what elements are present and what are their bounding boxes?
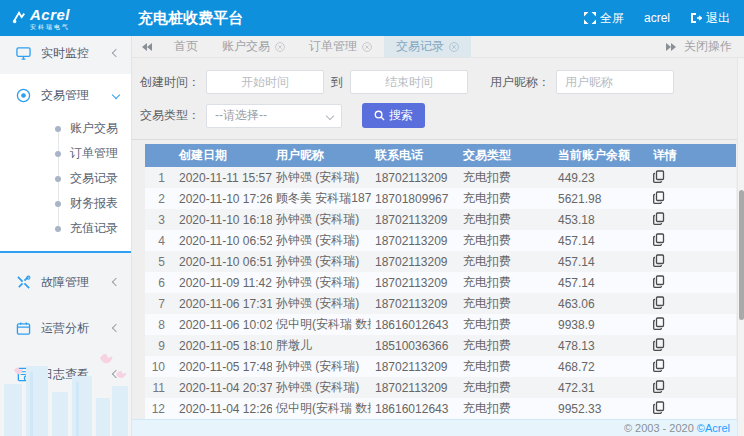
detail-copy-icon[interactable] [653,212,665,225]
tabbar: 首页 账户交易 订单管理 交易记录 [132,36,744,58]
transaction-type-cell: 充电扣费 [459,335,554,356]
footer-brand-link[interactable]: ©Acrel [697,422,730,434]
sidebar-item-order-mgmt[interactable]: 订单管理 [0,141,131,166]
tabs-scroll-left-button[interactable] [132,36,162,57]
topbar: Acrel 安科瑞电气 充电桩收费平台 全屏 acrel 退出 [0,0,744,36]
detail-copy-icon[interactable] [653,233,665,246]
account-balance-cell: 9952.33 [554,398,649,419]
nickname-input[interactable] [556,70,674,94]
tab-label: 首页 [174,38,198,55]
fault-wrench-icon [16,275,31,290]
chevron-down-icon [326,111,334,119]
tab-home[interactable]: 首页 [162,36,210,57]
sub-item-label: 交易记录 [70,170,118,187]
tab-close-icon[interactable] [275,42,285,52]
transaction-type-cell: 充电扣费 [459,251,554,272]
col-index [145,144,175,167]
sidebar-item-realtime-monitor[interactable]: 实时监控 [0,36,131,70]
transaction-type-cell: 充电扣费 [459,356,554,377]
sidebar-group-transactions: 交易管理 账户交易 订单管理 交易记录 财务报表 充值记录 [0,74,131,253]
detail-copy-icon[interactable] [653,296,665,309]
sidebar-item-recharge-records[interactable]: 充值记录 [0,216,131,241]
scrollbar-thumb[interactable] [739,190,744,320]
start-time-input[interactable] [206,70,324,94]
sidebar-item-label: 日志查看 [41,366,113,383]
footer: © 2003 - 2020 ©Acrel [132,419,744,436]
row-index: 7 [145,293,175,314]
close-operations-button[interactable]: 关闭操作 [654,36,744,57]
table-row: 32020-11-10 16:18:58孙钟强 (安科瑞)18702113209… [145,209,736,230]
table-row: 82020-11-06 10:02:33倪中明(安科瑞 数据部)11861601… [145,314,736,335]
col-contact-phone: 联系电话 [371,144,459,167]
sub-item-label: 财务报表 [70,195,118,212]
contact-phone-cell: 18702113209 [371,377,459,398]
username[interactable]: acrel [644,11,670,25]
detail-cell [649,398,736,419]
table-row: 92020-11-05 18:10:13胖墩儿18510036366充电扣费47… [145,335,736,356]
end-time-input[interactable] [350,70,468,94]
create-date-cell: 2020-11-05 18:10:13 [175,335,272,356]
records-table: 创建日期 用户昵称 联系电话 交易类型 当前账户余额 详情 12020-11-1… [145,144,736,419]
fullscreen-button[interactable]: 全屏 [584,10,624,27]
copyright-text: © 2003 - 2020 [624,422,694,434]
logout-button[interactable]: 退出 [690,10,730,27]
sidebar-item-account-transactions[interactable]: 账户交易 [0,116,131,141]
sidebar: 实时监控 交易管理 账户交易 订单管理 交易记录 财务报 [0,36,132,436]
search-button[interactable]: 搜索 [362,103,425,128]
detail-copy-icon[interactable] [653,380,665,393]
sub-item-label: 订单管理 [70,145,118,162]
detail-cell [649,377,736,398]
sidebar-item-operation-analysis[interactable]: 运营分析 [0,311,131,345]
account-balance-cell: 472.31 [554,377,649,398]
transaction-type-select[interactable]: --请选择-- [206,104,342,128]
account-balance-cell: 478.13 [554,335,649,356]
create-date-cell: 2020-11-04 20:37:02 [175,377,272,398]
search-icon [374,110,385,121]
sidebar-item-label: 交易管理 [41,87,113,104]
table-row: 102020-11-05 17:48:59孙钟强 (安科瑞)1870211320… [145,356,736,377]
row-index: 9 [145,335,175,356]
detail-copy-icon[interactable] [653,191,665,204]
create-date-cell: 2020-11-10 17:26:11 [175,188,272,209]
select-value: --请选择-- [215,107,267,124]
account-balance-cell: 457.14 [554,272,649,293]
table-row: 22020-11-10 17:26:11顾冬美 安科瑞1870180187018… [145,188,736,209]
logout-icon [690,12,702,24]
sidebar-item-fault-mgmt[interactable]: 故障管理 [0,265,131,299]
tab-transaction-records[interactable]: 交易记录 [384,36,471,57]
sidebar-item-log-view[interactable]: 日志查看 [0,357,131,391]
detail-copy-icon[interactable] [653,338,665,351]
chevron-left-icon [112,278,120,286]
detail-copy-icon[interactable] [653,317,665,330]
detail-copy-icon[interactable] [653,359,665,372]
tab-label: 交易记录 [396,38,444,55]
detail-copy-icon[interactable] [653,401,665,414]
transaction-type-label: 交易类型： [140,107,200,124]
detail-copy-icon[interactable] [653,170,665,183]
tab-close-icon[interactable] [449,42,459,52]
transaction-type-cell: 充电扣费 [459,167,554,188]
tab-account-transactions[interactable]: 账户交易 [210,36,297,57]
detail-copy-icon[interactable] [653,254,665,267]
create-date-cell: 2020-11-05 17:48:59 [175,356,272,377]
vertical-scrollbar[interactable] [737,58,744,436]
table-row: 52020-11-10 06:51:44孙钟强 (安科瑞)18702113209… [145,251,736,272]
detail-cell [649,293,736,314]
transaction-submenu: 账户交易 订单管理 交易记录 财务报表 充值记录 [0,112,131,241]
row-index: 2 [145,188,175,209]
sidebar-item-financial-report[interactable]: 财务报表 [0,191,131,216]
transaction-type-cell: 充电扣费 [459,230,554,251]
create-date-cell: 2020-11-06 17:31:29 [175,293,272,314]
tab-order-mgmt[interactable]: 订单管理 [297,36,384,57]
create-date-cell: 2020-11-04 12:26:31 [175,398,272,419]
contact-phone-cell: 18616012643 [371,314,459,335]
detail-copy-icon[interactable] [653,275,665,288]
contact-phone-cell: 18702113209 [371,251,459,272]
user-nickname-cell: 倪中明(安科瑞 数据部)1 [272,314,371,335]
sidebar-item-transaction-records[interactable]: 交易记录 [0,166,131,191]
sidebar-item-transaction-mgmt[interactable]: 交易管理 [0,78,131,112]
contact-phone-cell: 18701809967 [371,188,459,209]
tab-close-icon[interactable] [362,42,372,52]
row-index: 4 [145,230,175,251]
table-row: 72020-11-06 17:31:29孙钟强 (安科瑞)18702113209… [145,293,736,314]
